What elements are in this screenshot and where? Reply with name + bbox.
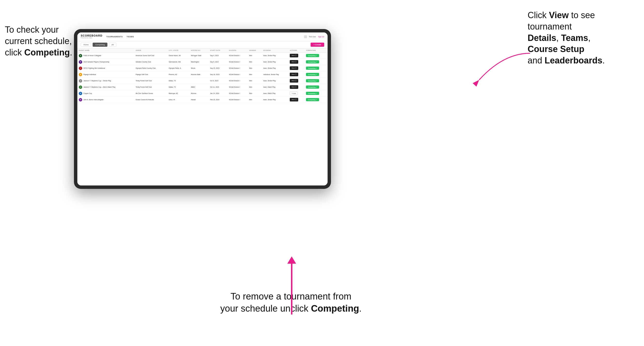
arrow-tr [464,48,532,87]
nav-teams[interactable]: TEAMS [126,35,134,39]
cell-city-state: Grand Haven, MI [167,52,189,59]
nav-tournaments[interactable]: TOURNAMENTS [106,35,123,39]
view-button[interactable]: View ⓘ [290,66,298,70]
logo-main-text: SCOREBOARD [81,34,102,37]
cell-city-state: Phoenix, AZ [167,71,189,78]
event-name-text: Copper Cup [84,93,92,94]
event-name-text: Jackson T. Stephens Cup – Men's Match Pl… [84,86,116,88]
team-logo: H [79,98,82,101]
create-button[interactable]: + Create [310,43,324,47]
cell-hosted-by: Hawaii [189,97,208,103]
tab-all[interactable]: All [109,43,116,47]
col-start-date: START DATE [209,48,228,52]
cell-event-name: W2023 Sahalee Players Championship [77,59,134,65]
cell-event-name: APapago Individual [77,71,134,78]
competing-button[interactable]: Competing ✓ [306,67,319,70]
table-row: W2023 Sahalee Players ChampionshipSahale… [77,59,328,65]
cell-gender: Men [248,84,262,90]
cell-scoring: team, Match Play [262,90,288,97]
cell-venue: Papago Golf Club [134,71,167,78]
cell-actions: ✎ Edit [288,90,304,97]
toolbar: Home Competing All + Create [77,41,328,48]
cell-hosted-by: ABAC [189,84,208,90]
competing-button[interactable]: Competing ✓ [306,92,319,95]
col-competing: COMPETING [304,48,328,52]
cell-venue: Olympia Fields Country Club [134,65,167,71]
cell-hosted-by: Arizona [189,90,208,97]
cell-competing: Competing ✓ [304,90,328,97]
cell-competing: Competing ✓ [304,78,328,84]
cell-competing: Competing ✓ [304,97,328,103]
cell-city-state: Dallas, TX [167,78,189,84]
tablet-screen: SCOREBOARD Powered by clippi TOURNAMENTS… [77,32,328,185]
competing-button[interactable]: Competing ✓ [306,98,319,101]
event-name-text: 2023 Sahalee Players Championship [84,61,109,63]
cell-division: NCAA Division I [228,90,248,97]
view-button[interactable]: View ⓘ [290,79,298,83]
cell-start-date: Sep 18, 2023 [209,71,228,78]
team-logo: I [79,67,82,70]
cell-division: NCAA Division I [228,71,248,78]
competing-button[interactable]: Competing ✓ [306,60,319,63]
cell-start-date: Oct 9, 2023 [209,78,228,84]
cell-event-name: HJohn A. Burns Intercollegiate [77,97,134,103]
cell-actions: View ⓘ [288,84,304,90]
annotation-top-right: Click View to see tournament Details, Te… [528,10,639,66]
arrow-bottom-head [287,256,296,264]
cell-gender: Men [248,90,262,97]
event-name-text: John A. Burns Intercollegiate [84,99,104,101]
cell-division: NCAA Division I [228,59,248,65]
tab-competing[interactable]: Competing [92,43,108,47]
cell-gender: Men [248,71,262,78]
event-name-text: Papago Individual [84,74,96,75]
cell-venue: Sahalee Country Club [134,59,167,65]
col-scoring: SCORING [262,48,288,52]
table-row: IOFCC Fighting Illini InvitationalOlympi… [77,65,328,71]
competing-button[interactable]: Competing ✓ [306,54,319,57]
edit-button[interactable]: ✎ Edit [290,92,298,95]
cell-venue: Ak-Chin Southern Dunes [134,90,167,97]
col-city-state: CITY, STATE [167,48,189,52]
event-name-text: Jackson T. Stephens Cup – Stroke Play [84,80,111,82]
view-button[interactable]: View ⓘ [290,98,298,101]
header-right: Test User Sign out [304,35,324,38]
view-button[interactable]: View ⓘ [290,54,298,57]
competing-button[interactable]: Competing ✓ [306,85,319,89]
cell-city-state: Olympia Fields, IL [167,65,189,71]
cell-event-name: JJackson T. Stephens Cup – Men's Match P… [77,84,134,90]
cell-division: NCAA Division I [228,84,248,90]
cell-hosted-by [189,78,208,84]
cell-event-name: ACopper Cup [77,90,134,97]
tab-home[interactable]: Home [81,43,91,47]
col-actions: ACTIONS [288,48,304,52]
cell-city-state: Dallas, TX [167,84,189,90]
table-row: APapago IndividualPapago Golf ClubPhoeni… [77,71,328,78]
competing-button[interactable]: Competing ✓ [306,73,319,76]
cell-start-date: Sep 9, 2023 [209,59,228,65]
scoreboard-logo: SCOREBOARD Powered by clippi [81,34,102,39]
nav-links: TOURNAMENTS TEAMS [106,35,304,39]
cell-hosted-by: Illinois [189,65,208,71]
logo-sub-text: Powered by clippi [81,37,102,39]
cell-gender: Men [248,78,262,84]
view-button[interactable]: View ⓘ [290,73,298,76]
cell-scoring: team, Stroke Play [262,52,288,59]
cell-actions: View ⓘ [288,65,304,71]
view-button[interactable]: View ⓘ [290,85,298,89]
cell-venue: Trinity Forest Golf Club [134,78,167,84]
cell-division: NCAA Division I [228,97,248,103]
view-button[interactable]: View ⓘ [290,60,298,64]
cell-scoring: team, Stroke Play [262,78,288,84]
cell-scoring: team, Stroke Play [262,65,288,71]
header-signout[interactable]: Sign out [318,36,324,37]
cell-start-date: Jan 14, 2024 [209,90,228,97]
cell-competing: Competing ✓ [304,71,328,78]
col-event-name: EVENT NAME [77,48,134,52]
cell-start-date: Sep 4, 2023 [209,52,228,59]
team-logo: W [79,60,82,64]
table-row: HJohn A. Burns IntercollegiateOcean Cour… [77,97,328,103]
event-name-text: Folds of Honor Collegiate [84,55,101,56]
table-row: SFolds of Honor CollegiateAmerican Dunes… [77,52,328,59]
cell-gender: Men [248,65,262,71]
competing-button[interactable]: Competing ✓ [306,79,319,82]
